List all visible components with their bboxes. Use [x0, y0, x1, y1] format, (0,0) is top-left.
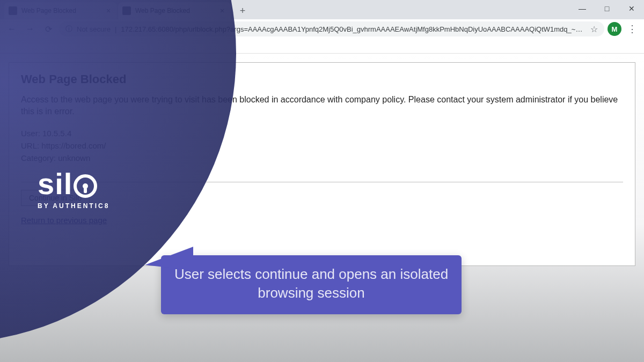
maximize-button[interactable]: □: [595, 0, 619, 17]
annotation-callout: User selects continue and opens an isola…: [161, 255, 462, 314]
close-window-button[interactable]: ✕: [619, 0, 644, 17]
callout-text: User selects continue and opens an isola…: [174, 266, 448, 301]
logo-text: sil: [38, 166, 72, 201]
bookmark-star-icon[interactable]: ☆: [590, 24, 598, 34]
new-tab-button[interactable]: +: [235, 3, 250, 18]
profile-avatar[interactable]: M: [608, 22, 621, 36]
kebab-menu-icon[interactable]: ⋮: [625, 23, 640, 35]
logo-lock-icon: [74, 174, 97, 198]
minimize-button[interactable]: —: [570, 0, 595, 17]
window-controls: — □ ✕: [570, 0, 644, 17]
logo-subline: BY AUTHENTIC8: [38, 202, 109, 210]
silo-logo: sil BY AUTHENTIC8: [38, 166, 109, 210]
